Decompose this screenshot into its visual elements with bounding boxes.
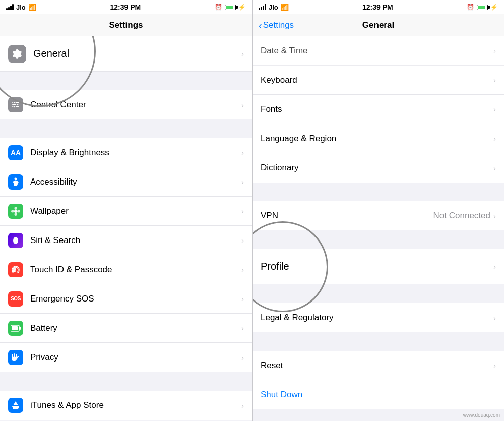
privacy-icon	[8, 350, 23, 365]
settings-item-legal[interactable]: Legal & Regulatory ›	[253, 303, 504, 332]
battery-chevron: ›	[241, 324, 244, 332]
siri-chevron: ›	[241, 236, 244, 245]
settings-item-shutdown[interactable]: Shut Down	[253, 380, 504, 409]
right-sep-4	[253, 333, 504, 351]
aa-text: AA	[11, 149, 21, 157]
svg-point-7	[14, 210, 17, 213]
settings-item-profile[interactable]: Profile ›	[253, 249, 504, 284]
svg-rect-14	[19, 327, 21, 330]
right-time: 12:39 PM	[362, 3, 393, 11]
vpn-group: VPN Not Connected ›	[253, 201, 504, 230]
siri-svg	[11, 235, 21, 246]
accessibility-icon	[8, 174, 23, 190]
display-label: Display & Brightness	[30, 148, 241, 158]
legal-group: Legal & Regulatory ›	[253, 303, 504, 332]
back-button[interactable]: ‹ Settings	[259, 20, 294, 30]
main-group: AA Display & Brightness › Accessibility …	[0, 138, 252, 372]
right-signal-bar-3	[263, 6, 264, 10]
datetime-group: Date & Time › Keyboard › Fonts › Languag…	[253, 36, 504, 183]
keyboard-label: Keyboard	[261, 75, 493, 85]
fonts-chevron: ›	[493, 105, 496, 113]
back-label: Settings	[263, 20, 294, 30]
svg-point-6	[15, 177, 17, 180]
settings-item-siri[interactable]: Siri & Search ›	[0, 226, 252, 255]
alarm-icon: ⏰	[215, 4, 222, 11]
vpn-value: Not Connected	[433, 211, 490, 221]
wallpaper-label: Wallpaper	[30, 206, 241, 216]
settings-item-control[interactable]: Control Center ›	[0, 90, 252, 119]
settings-item-vpn[interactable]: VPN Not Connected ›	[253, 201, 504, 230]
right-battery-fill	[478, 6, 485, 9]
battery-settings-icon	[8, 321, 23, 336]
signal-bar-3	[10, 6, 12, 10]
settings-item-itunes[interactable]: iTunes & App Store ›	[0, 391, 252, 420]
siri-label: Siri & Search	[30, 235, 241, 246]
general-chevron: ›	[241, 49, 244, 58]
settings-item-touchid[interactable]: Touch ID & Passcode ›	[0, 255, 252, 284]
settings-item-wallpaper[interactable]: Wallpaper ›	[0, 197, 252, 226]
right-sep-1	[253, 184, 504, 201]
fingerprint-svg	[11, 265, 21, 275]
left-nav-title: Settings	[109, 20, 143, 30]
reset-label: Reset	[261, 360, 493, 371]
left-settings-list[interactable]: General › Control Cen	[0, 36, 252, 421]
sos-icon: SOS	[8, 291, 23, 307]
svg-rect-15	[12, 326, 18, 330]
battery-icon	[225, 5, 236, 10]
store-svg	[11, 400, 21, 410]
settings-item-fonts[interactable]: Fonts ›	[253, 95, 504, 124]
sos-label: Emergency SOS	[30, 294, 241, 304]
battery-label: Battery	[30, 323, 241, 333]
settings-item-sos[interactable]: SOS Emergency SOS ›	[0, 284, 252, 314]
back-chevron-icon: ‹	[259, 20, 262, 30]
display-chevron: ›	[241, 148, 244, 157]
settings-item-accessibility[interactable]: Accessibility ›	[0, 167, 252, 197]
battery-fill	[226, 6, 233, 9]
reset-chevron: ›	[493, 361, 496, 370]
settings-item-general[interactable]: General ›	[0, 36, 252, 72]
control-chevron: ›	[241, 101, 244, 109]
datetime-chevron: ›	[493, 46, 496, 55]
signal-bar-4	[12, 4, 14, 10]
settings-item-reset[interactable]: Reset ›	[253, 351, 504, 380]
store-icon	[8, 398, 23, 413]
right-panel: Jio 📶 12:39 PM ⏰ ⚡ ‹ Settings General Da…	[252, 0, 504, 421]
right-alarm-icon: ⏰	[467, 4, 474, 11]
battery-svg	[11, 325, 21, 332]
right-signal-bars	[259, 4, 266, 10]
left-status-bar: Jio 📶 12:39 PM ⏰ ⚡	[0, 0, 252, 14]
settings-item-battery[interactable]: Battery ›	[0, 314, 252, 343]
right-settings-list[interactable]: Date & Time › Keyboard › Fonts › Languag…	[253, 36, 504, 421]
store-group: iTunes & App Store ›	[0, 391, 252, 420]
profile-label: Profile	[261, 261, 493, 272]
vpn-chevron: ›	[493, 212, 496, 220]
vpn-label: VPN	[261, 211, 433, 221]
itunes-label: iTunes & App Store	[30, 400, 241, 410]
keyboard-chevron: ›	[493, 76, 496, 84]
charging-icon: ⚡	[238, 4, 246, 11]
datetime-label: Date & Time	[261, 46, 493, 56]
settings-item-dictionary[interactable]: Dictionary ›	[253, 153, 504, 183]
fonts-label: Fonts	[261, 104, 493, 114]
settings-item-privacy[interactable]: Privacy ›	[0, 343, 252, 372]
language-label: Language & Region	[261, 134, 493, 144]
left-panel: Jio 📶 12:39 PM ⏰ ⚡ Settings	[0, 0, 252, 421]
siri-icon	[8, 233, 23, 248]
watermark: www.deuaq.com	[463, 412, 500, 418]
left-time: 12:39 PM	[110, 3, 141, 11]
shutdown-label: Shut Down	[261, 390, 496, 400]
settings-item-language[interactable]: Language & Region ›	[253, 124, 504, 153]
control-label: Control Center	[30, 100, 241, 110]
sliders-svg	[11, 100, 20, 109]
svg-point-5	[14, 106, 16, 108]
right-battery-icon	[477, 5, 488, 10]
right-sep-3	[253, 285, 504, 303]
legal-chevron: ›	[493, 314, 496, 322]
right-signal-bar-4	[265, 4, 266, 10]
settings-item-keyboard[interactable]: Keyboard ›	[253, 66, 504, 95]
display-icon: AA	[8, 145, 23, 160]
accessibility-svg	[11, 177, 21, 187]
settings-item-display[interactable]: AA Display & Brightness ›	[0, 138, 252, 167]
svg-point-11	[17, 210, 20, 212]
settings-item-datetime[interactable]: Date & Time ›	[253, 36, 504, 66]
